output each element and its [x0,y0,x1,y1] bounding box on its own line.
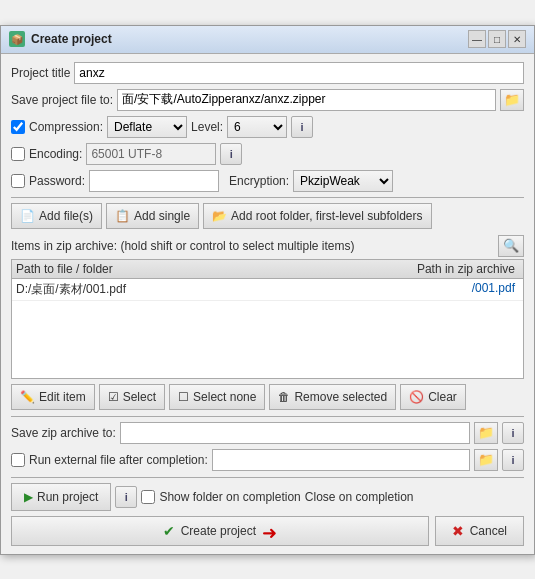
info-icon-3: i [511,427,514,439]
divider-3 [11,477,524,478]
info-icon-2: i [230,148,233,160]
run-external-folder-button[interactable]: 📁 [474,449,498,471]
select-icon: ☑ [108,390,119,404]
compression-info-button[interactable]: i [291,116,313,138]
project-title-label: Project title [11,66,70,80]
col-zip-header: Path in zip archive [266,262,520,276]
archive-header: Items in zip archive: (hold shift or con… [11,235,524,257]
check-icon: ✔ [163,523,175,539]
show-folder-label: Show folder on completion [159,490,300,504]
level-select[interactable]: 6 1 2 3 4 5 7 8 9 [227,116,287,138]
table-row[interactable]: D:/桌面/素材/001.pdf /001.pdf [12,279,523,301]
archive-table[interactable]: Path to file / folder Path in zip archiv… [11,259,524,379]
run-info-button[interactable]: i [115,486,137,508]
save-zip-info-button[interactable]: i [502,422,524,444]
add-root-label: Add root folder, first-level subfolders [231,209,422,223]
archive-label: Items in zip archive: (hold shift or con… [11,239,494,253]
close-on-completion-row: Close on completion [305,490,414,504]
select-none-button[interactable]: ☐ Select none [169,384,265,410]
show-folder-row: Show folder on completion [141,490,300,504]
level-label: Level: [191,120,223,134]
run-project-label: Run project [37,490,98,504]
run-external-row: Run external file after completion: 📁 i [11,449,524,471]
divider-2 [11,416,524,417]
save-zip-folder-button[interactable]: 📁 [474,422,498,444]
encoding-checkbox[interactable] [11,147,25,161]
project-title-row: Project title [11,62,524,84]
cell-zip: /001.pdf [266,281,520,298]
edit-item-button[interactable]: ✏️ Edit item [11,384,95,410]
compression-checkbox[interactable] [11,120,25,134]
save-project-folder-button[interactable]: 📁 [500,89,524,111]
compression-select[interactable]: Deflate Store Bzip2 [107,116,187,138]
folder-icon: 📁 [504,92,520,107]
save-zip-row: Save zip archive to: 📁 i [11,422,524,444]
select-button[interactable]: ☑ Select [99,384,165,410]
password-checkbox[interactable] [11,174,25,188]
minimize-button[interactable]: — [468,30,486,48]
search-button[interactable]: 🔍 [498,235,524,257]
close-button[interactable]: ✕ [508,30,526,48]
info-icon: i [301,121,304,133]
show-folder-checkbox[interactable] [141,490,155,504]
cross-icon: ✖ [452,523,464,539]
clear-button[interactable]: 🚫 Clear [400,384,466,410]
title-bar-left: 📦 Create project [9,31,112,47]
info-icon-5: i [125,491,128,503]
archive-sub-text: (hold shift or control to select multipl… [120,239,354,253]
clear-icon: 🚫 [409,390,424,404]
add-files-icon: 📄 [20,209,35,223]
save-zip-label: Save zip archive to: [11,426,116,440]
save-project-label: Save project file to: [11,93,113,107]
folder-icon-3: 📁 [478,452,494,467]
folder-icon-2: 📁 [478,425,494,440]
cancel-button[interactable]: ✖ Cancel [435,516,524,546]
run-external-input[interactable] [212,449,470,471]
run-project-button[interactable]: ▶ Run project [11,483,111,511]
password-label: Password: [29,174,85,188]
compression-label: Compression: [29,120,103,134]
add-root-icon: 📂 [212,209,227,223]
add-single-label: Add single [134,209,190,223]
window-icon: 📦 [9,31,25,47]
encryption-select[interactable]: PkzipWeak AES128 AES256 [293,170,393,192]
encoding-info-button[interactable]: i [220,143,242,165]
add-files-label: Add file(s) [39,209,93,223]
password-input[interactable] [89,170,219,192]
run-external-label: Run external file after completion: [29,453,208,467]
arrow-icon: ➜ [262,522,277,544]
archive-table-header: Path to file / folder Path in zip archiv… [12,260,523,279]
project-title-input[interactable] [74,62,524,84]
encoding-row: Encoding: i [11,143,524,165]
final-buttons-row: ✔ Create project ➜ ✖ Cancel [11,516,524,546]
save-project-input[interactable] [117,89,496,111]
title-buttons: — □ ✕ [468,30,526,48]
create-project-button[interactable]: ✔ Create project ➜ [11,516,429,546]
encoding-label: Encoding: [29,147,82,161]
run-project-row: ▶ Run project i Show folder on completio… [11,483,524,511]
compression-row: Compression: Deflate Store Bzip2 Level: … [11,116,524,138]
save-project-row: Save project file to: 📁 [11,89,524,111]
remove-icon: 🗑 [278,390,290,404]
divider-1 [11,197,524,198]
archive-header-text: Items in zip archive: [11,239,117,253]
maximize-button[interactable]: □ [488,30,506,48]
add-files-button[interactable]: 📄 Add file(s) [11,203,102,229]
col-path-header: Path to file / folder [16,262,266,276]
add-single-button[interactable]: 📋 Add single [106,203,199,229]
run-external-info-button[interactable]: i [502,449,524,471]
add-single-icon: 📋 [115,209,130,223]
select-none-icon: ☐ [178,390,189,404]
encoding-input[interactable] [86,143,216,165]
save-zip-input[interactable] [120,422,470,444]
window-title: Create project [31,32,112,46]
run-icon: ▶ [24,490,33,504]
content-area: Project title Save project file to: 📁 Co… [1,54,534,554]
remove-selected-button[interactable]: 🗑 Remove selected [269,384,396,410]
run-external-checkbox[interactable] [11,453,25,467]
password-row: Password: Encryption: PkzipWeak AES128 A… [11,170,524,192]
create-label: Create project [181,524,256,538]
add-root-button[interactable]: 📂 Add root folder, first-level subfolder… [203,203,431,229]
action-buttons-row: 📄 Add file(s) 📋 Add single 📂 Add root fo… [11,203,524,229]
cancel-label: Cancel [470,524,507,538]
